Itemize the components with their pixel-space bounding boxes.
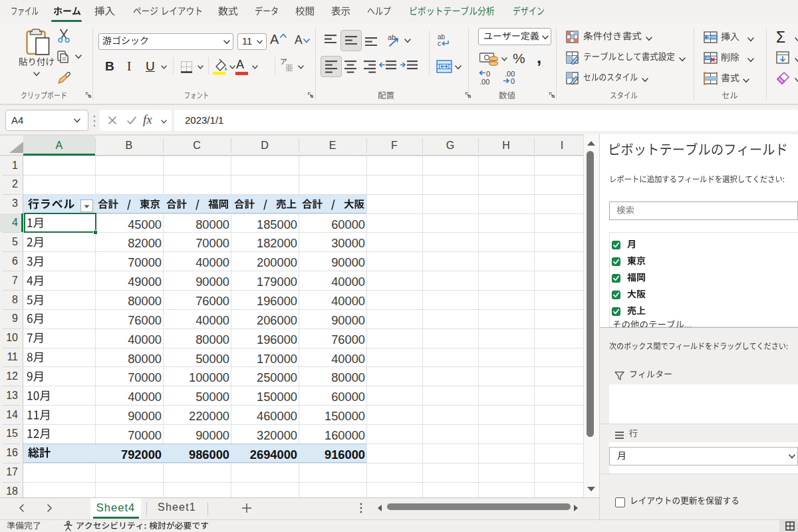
- svg-text:ab: ab: [388, 33, 396, 41]
- svg-text:c: c: [438, 40, 441, 47]
- svg-text:0: 0: [486, 70, 490, 78]
- svg-text:.00: .00: [479, 78, 489, 86]
- svg-text:0: 0: [511, 77, 515, 85]
